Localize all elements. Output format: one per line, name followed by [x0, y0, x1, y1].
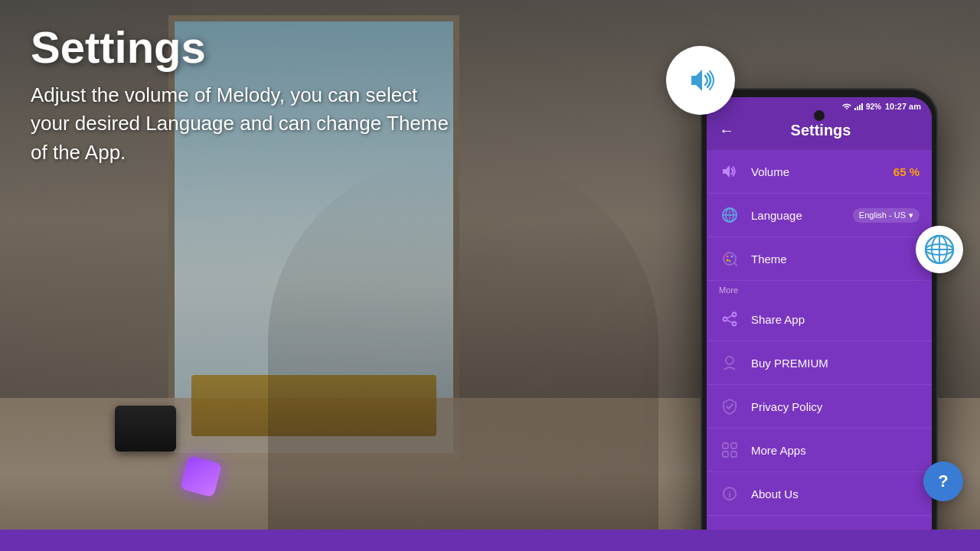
floating-sound-icon — [666, 46, 735, 115]
signal-icon — [854, 103, 864, 110]
language-icon — [719, 204, 740, 226]
share-icon — [719, 308, 740, 330]
settings-list: Volume 65 % Language — [707, 150, 932, 551]
svg-rect-30 — [731, 443, 737, 448]
volume-label: Volume — [751, 165, 883, 178]
sound-wave-icon — [681, 60, 720, 100]
svg-point-20 — [729, 260, 731, 262]
svg-rect-9 — [857, 106, 858, 110]
buy-premium-item[interactable]: Buy PREMIUM — [707, 341, 932, 385]
language-setting-item[interactable]: Language English - US ▾ — [707, 194, 932, 237]
svg-text:?: ? — [938, 471, 948, 491]
settings-screen-title: Settings — [745, 122, 897, 139]
privacy-policy-item[interactable]: Privacy Policy — [707, 385, 932, 429]
speaker-box — [115, 406, 176, 452]
language-label: Language — [751, 209, 842, 222]
svg-rect-31 — [723, 452, 728, 457]
language-svg-icon — [721, 207, 738, 223]
svg-rect-29 — [723, 443, 728, 448]
svg-text:i: i — [728, 490, 730, 499]
theme-setting-item[interactable]: Theme — [707, 237, 932, 281]
theme-icon — [719, 248, 740, 269]
person-silhouette — [268, 153, 658, 530]
premium-label: Buy PREMIUM — [751, 357, 920, 370]
share-app-label: Share App — [751, 313, 920, 326]
language-dropdown-icon: ▾ — [909, 210, 913, 220]
svg-marker-12 — [723, 165, 730, 178]
svg-point-25 — [733, 322, 737, 326]
language-value-badge[interactable]: English - US ▾ — [853, 208, 920, 223]
phone-mockup: 92% 10:27 am ← Settings — [701, 88, 938, 551]
globe-icon — [924, 234, 955, 265]
about-us-label: About Us — [751, 487, 920, 500]
apps-icon — [719, 439, 740, 461]
privacy-icon — [719, 396, 740, 417]
premium-svg-icon — [721, 354, 738, 371]
battery-percent: 92% — [866, 103, 881, 111]
svg-line-26 — [727, 315, 732, 318]
about-us-item[interactable]: i About Us — [707, 472, 932, 516]
premium-icon — [719, 352, 740, 373]
svg-rect-11 — [861, 103, 863, 110]
privacy-label: Privacy Policy — [751, 400, 920, 413]
apps-svg-icon — [721, 442, 738, 458]
about-svg-icon: i — [722, 486, 737, 501]
privacy-svg-icon — [722, 398, 737, 415]
page-title: Settings — [31, 23, 452, 72]
more-section-label: More — [707, 281, 932, 298]
status-time: 10:27 am — [885, 102, 921, 111]
svg-line-22 — [734, 262, 737, 266]
language-value-text: English - US — [859, 210, 906, 220]
svg-line-27 — [727, 320, 732, 323]
volume-value: 65 % — [893, 165, 920, 178]
camera-notch — [814, 110, 825, 121]
page-description: Adjust the volume of Melody, you can sel… — [31, 81, 452, 168]
volume-setting-item[interactable]: Volume 65 % — [707, 150, 932, 194]
svg-point-18 — [727, 256, 729, 258]
bottom-bar — [0, 530, 980, 551]
svg-point-19 — [731, 256, 733, 258]
svg-point-21 — [727, 259, 729, 262]
phone-screen: 92% 10:27 am ← Settings — [707, 97, 932, 551]
floating-help-icon[interactable]: ? — [923, 461, 963, 501]
theme-svg-icon — [722, 250, 737, 267]
svg-point-24 — [724, 318, 727, 321]
svg-point-28 — [726, 357, 733, 364]
about-icon: i — [719, 483, 740, 504]
volume-svg-icon — [721, 165, 738, 178]
more-apps-item[interactable]: More Apps — [707, 429, 932, 472]
svg-rect-8 — [854, 108, 856, 110]
question-mark-icon: ? — [933, 471, 954, 492]
share-svg-icon — [722, 311, 737, 327]
svg-rect-32 — [731, 452, 737, 457]
phone-frame: 92% 10:27 am ← Settings — [701, 88, 938, 551]
theme-label: Theme — [751, 253, 920, 266]
svg-point-23 — [733, 313, 737, 317]
floating-globe-icon — [916, 226, 963, 273]
more-apps-label: More Apps — [751, 444, 920, 457]
status-icons: 92% — [841, 103, 881, 111]
share-app-item[interactable]: Share App — [707, 298, 932, 341]
svg-rect-10 — [859, 105, 861, 110]
volume-icon — [719, 161, 740, 182]
back-button[interactable]: ← — [719, 122, 734, 139]
wifi-icon — [841, 103, 852, 110]
left-content-area: Settings Adjust the volume of Melody, yo… — [31, 23, 452, 168]
